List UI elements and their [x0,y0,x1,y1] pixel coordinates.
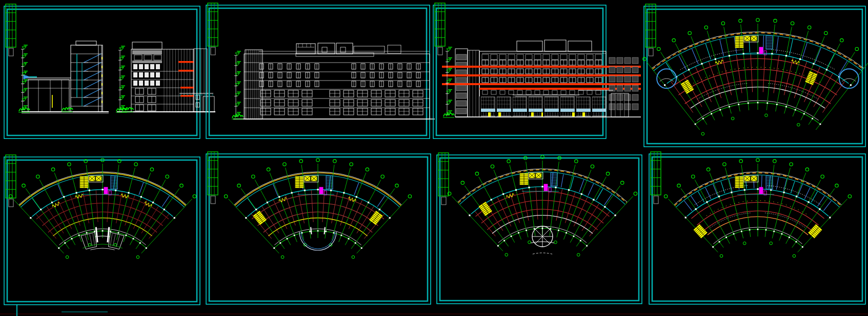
cad-canvas[interactable] [0,0,868,316]
